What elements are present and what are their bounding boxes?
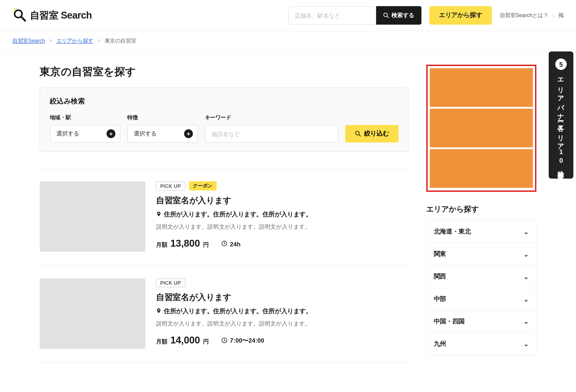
listing-card[interactable]: PICK UP 自習室名が入ります 住所が入ります。住所が入ります。住所が入りま… — [40, 278, 409, 362]
area-search-button[interactable]: エリアから探す — [429, 6, 492, 25]
region-label: 北海道・東北 — [434, 228, 471, 236]
filter-submit-label: 絞り込む — [364, 130, 389, 138]
pin-icon — [156, 307, 162, 315]
region-label: 中部 — [434, 295, 446, 303]
logo[interactable]: 自習室 Search — [12, 8, 92, 23]
listing-card[interactable]: PICK UP クーポン 自習室名が入ります 住所が入ります。住所が入ります。住… — [40, 181, 409, 265]
nav-separator: | — [553, 12, 554, 19]
listing-title: 自習室名が入ります — [156, 292, 409, 303]
listing-address: 住所が入ります。住所が入ります。住所が入ります。 — [156, 211, 409, 218]
region-label: 関東 — [434, 250, 446, 258]
region-item[interactable]: 中国・四国⌄ — [427, 310, 536, 333]
region-label: 関西 — [434, 273, 446, 281]
coupon-badge: クーポン — [189, 181, 217, 191]
search-button[interactable]: 検索する — [376, 6, 421, 25]
filter-box: 絞込み検索 地域・駅 選択する + 特徴 選択する + — [40, 88, 409, 152]
divider — [40, 169, 409, 170]
listing-title: 自習室名が入ります — [156, 195, 409, 206]
breadcrumb-area[interactable]: エリアから探す — [56, 38, 93, 44]
header-controls: 検索する エリアから探す 自習室Searchとは？ | 掲 — [288, 6, 564, 25]
svg-point-4 — [356, 131, 359, 135]
listing-description: 説明文が入ります。説明文が入ります。説明文が入ります。 — [156, 223, 409, 231]
listing-price: 月額 13,800 円 — [156, 238, 209, 249]
filter-title: 絞込み検索 — [50, 97, 399, 106]
clock-icon — [221, 337, 228, 345]
chevron-down-icon: ⌄ — [524, 340, 529, 347]
svg-line-1 — [21, 17, 25, 20]
chevron-down-icon: ⌄ — [524, 228, 529, 235]
pickup-badge: PICK UP — [156, 278, 185, 287]
banner-slot[interactable] — [430, 68, 533, 107]
plus-icon: + — [106, 129, 115, 138]
filter-area-value: 選択する — [56, 130, 79, 138]
region-item[interactable]: 関東⌄ — [427, 243, 536, 266]
sidebar: エリアから探す 北海道・東北⌄関東⌄関西⌄中部⌄中国・四国⌄九州⌄ 5 エリアバ… — [426, 65, 536, 376]
site-header: 自習室 Search 検索する エリアから探す 自習室Searchとは？ | 掲 — [0, 0, 576, 31]
nav-about-link[interactable]: 自習室Searchとは？ — [500, 12, 548, 19]
region-item[interactable]: 中部⌄ — [427, 288, 536, 310]
aside-title: エリアから探す — [426, 204, 536, 214]
filter-feature-label: 特徴 — [127, 114, 198, 121]
pickup-badge: PICK UP — [156, 182, 185, 190]
page-title: 東京の自習室を探す — [40, 65, 409, 79]
pin-icon — [156, 211, 162, 218]
callout-number: 5 — [555, 58, 567, 70]
chevron-down-icon: ⌄ — [524, 251, 529, 258]
breadcrumb: 自習室Search > エリアから探す > 東京の自習室 — [0, 31, 576, 52]
magnifier-icon — [12, 8, 27, 23]
listing-hours: 24h — [221, 240, 241, 248]
filter-keyword-label: キーワード — [205, 114, 338, 121]
listing-hours: 7:00〜24:00 — [221, 337, 264, 345]
breadcrumb-current: 東京の自習室 — [105, 38, 136, 44]
svg-line-3 — [387, 16, 388, 18]
header-search: 検索する — [288, 6, 422, 25]
main-content: 東京の自習室を探す 絞込み検索 地域・駅 選択する + 特徴 選択する + — [40, 65, 409, 376]
listing-price: 月額 14,000 円 — [156, 335, 209, 346]
listing-address: 住所が入ります。住所が入ります。住所が入ります。 — [156, 307, 409, 315]
search-input[interactable] — [288, 6, 376, 25]
banner-area — [426, 65, 536, 192]
chevron-down-icon: ⌄ — [524, 273, 529, 280]
breadcrumb-sep: > — [49, 38, 52, 44]
listing-thumbnail — [40, 278, 145, 349]
svg-line-5 — [359, 135, 360, 136]
svg-point-2 — [384, 13, 387, 16]
breadcrumb-home[interactable]: 自習室Search — [12, 38, 45, 44]
search-icon — [355, 131, 361, 137]
plus-icon: + — [184, 129, 193, 138]
banner-slot[interactable] — [430, 149, 533, 188]
callout-text: エリアバナー（各エリア10枠募集） — [557, 73, 566, 171]
region-item[interactable]: 北海道・東北⌄ — [427, 221, 536, 243]
chevron-down-icon: ⌄ — [524, 318, 529, 325]
region-label: 中国・四国 — [434, 318, 465, 325]
nav-post-link[interactable]: 掲 — [558, 12, 564, 19]
region-item[interactable]: 九州⌄ — [427, 333, 536, 355]
filter-keyword-input[interactable] — [205, 125, 338, 143]
filter-submit-button[interactable]: 絞り込む — [345, 125, 399, 143]
annotation-callout: 5 エリアバナー（各エリア10枠募集） — [549, 52, 573, 179]
region-item[interactable]: 関西⌄ — [427, 266, 536, 288]
breadcrumb-sep: > — [98, 38, 100, 44]
filter-feature-select[interactable]: 選択する + — [127, 125, 198, 143]
region-list: 北海道・東北⌄関東⌄関西⌄中部⌄中国・四国⌄九州⌄ — [426, 220, 536, 355]
search-button-label: 検索する — [392, 11, 414, 19]
search-icon — [383, 12, 389, 19]
region-label: 九州 — [434, 340, 446, 348]
chevron-down-icon: ⌄ — [524, 295, 529, 302]
logo-text: 自習室 Search — [30, 9, 92, 22]
filter-feature-value: 選択する — [134, 130, 157, 138]
filter-area-label: 地域・駅 — [50, 114, 120, 121]
banner-slot[interactable] — [430, 109, 533, 147]
listing-thumbnail — [40, 181, 145, 252]
filter-area-select[interactable]: 選択する + — [50, 125, 120, 143]
clock-icon — [221, 240, 228, 248]
header-nav: 自習室Searchとは？ | 掲 — [500, 12, 564, 19]
listing-description: 説明文が入ります。説明文が入ります。説明文が入ります。 — [156, 320, 409, 328]
